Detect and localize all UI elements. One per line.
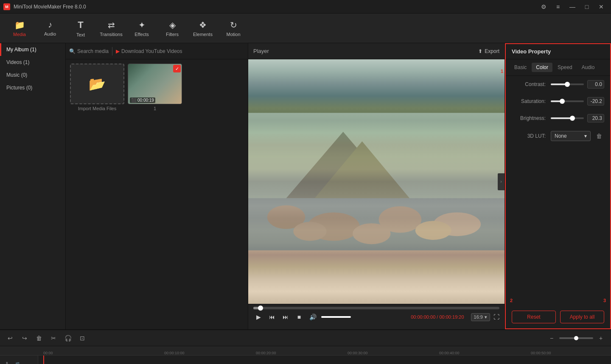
text-label: Text <box>76 32 85 37</box>
effects-icon: ✦ <box>138 20 146 30</box>
close-button[interactable]: ✕ <box>595 2 608 11</box>
app-icon: M <box>3 3 10 10</box>
lut-delete-button[interactable]: 🗑 <box>594 131 604 141</box>
panel-collapse-button[interactable]: › <box>498 173 504 190</box>
toolbar-motion[interactable]: ↻ Motion <box>218 16 249 41</box>
youtube-label: Download YouTube Videos <box>121 48 182 54</box>
play-button[interactable]: ▶ <box>253 312 263 322</box>
minimize-button[interactable]: — <box>566 2 579 11</box>
export-button[interactable]: ⬆ Export <box>478 48 499 54</box>
toolbar-filters[interactable]: ◈ Filters <box>157 16 188 41</box>
contrast-property: Contrast: 0.0 <box>506 76 610 93</box>
toolbar-media[interactable]: 📁 Media <box>4 16 35 41</box>
video-item-1[interactable]: ⬛ 00:00:19 ✓ <box>128 64 182 104</box>
nav-music[interactable]: Music (0) <box>0 69 65 81</box>
lut-value: None <box>555 133 567 139</box>
elements-icon: ❖ <box>199 20 207 30</box>
media-toolbar-separator <box>112 47 112 56</box>
nav-videos[interactable]: Videos (1) <box>0 56 65 69</box>
progress-thumb <box>258 306 263 311</box>
brightness-thumb[interactable] <box>570 116 575 121</box>
brightness-label: Brightness: <box>512 115 546 121</box>
stop-button[interactable]: ■ <box>294 312 304 322</box>
zoom-slider[interactable] <box>559 337 593 339</box>
media-panel: 🔍 Search media ▶ Download YouTube Videos… <box>66 43 248 329</box>
youtube-download-button[interactable]: ▶ Download YouTube Videos <box>116 48 182 54</box>
toolbar-audio[interactable]: ♪ Audio <box>35 16 65 41</box>
filters-icon: ◈ <box>169 20 176 30</box>
volume-slider[interactable] <box>321 316 351 318</box>
fullscreen-button[interactable]: ⛶ <box>493 314 499 320</box>
undo-button[interactable]: ↩ <box>4 332 16 344</box>
timeline-content: 1 <box>38 356 611 364</box>
add-video-track-button[interactable]: ➕ <box>3 361 11 364</box>
redo-button[interactable]: ↪ <box>19 332 31 344</box>
settings-button[interactable]: ⚙ <box>537 2 550 11</box>
cut-button[interactable]: ✂ <box>48 332 59 344</box>
video-frame-icon: ⬛ <box>131 98 136 103</box>
ruler-30: 00:00:30:00 <box>348 351 368 355</box>
menu-button[interactable]: ≡ <box>552 2 564 11</box>
progress-bar[interactable] <box>253 307 499 309</box>
lut-selector[interactable]: None ▾ <box>551 131 591 141</box>
maximize-button[interactable]: □ <box>580 2 593 11</box>
player-controls: ▶ ⏮ ⏭ ■ 🔊 00:00:00:00 / 00:00:19:20 16:9… <box>248 304 504 329</box>
lut-property: 3D LUT: None ▾ 🗑 <box>506 127 610 145</box>
volume-button[interactable]: 🔊 <box>308 312 318 322</box>
toolbar-effects[interactable]: ✦ Effects <box>126 16 157 41</box>
vp-tab-speed[interactable]: Speed <box>553 63 577 72</box>
import-media-button[interactable]: 📂 <box>70 64 124 104</box>
video-property-panel: 1 Video Property Basic Color Speed Audio… <box>505 43 611 329</box>
audio-label: Audio <box>44 31 56 36</box>
vp-footer: 2 3 Reset Apply to all <box>506 306 610 328</box>
media-grid: 📂 Import Media Files ⬛ 00:00:19 ✓ 1 <box>66 59 248 115</box>
contrast-slider[interactable] <box>551 83 584 85</box>
brightness-property: Brightness: 20.3 <box>506 110 610 127</box>
saturation-thumb[interactable] <box>560 99 565 104</box>
svg-point-10 <box>415 221 451 240</box>
timeline-ruler: 00:00 00:00:10:00 00:00:20:00 00:00:30:0… <box>0 346 611 356</box>
step-2-indicator: 2 <box>510 298 513 303</box>
title-controls: ⚙ ≡ — □ ✕ <box>537 2 608 11</box>
time-display: 00:00:00:00 / 00:00:19:20 <box>411 314 464 320</box>
zoom-in-button[interactable]: + <box>595 332 607 344</box>
vp-tabs: Basic Color Speed Audio <box>506 59 610 76</box>
reset-button[interactable]: Reset <box>512 311 556 323</box>
aspect-ratio-selector[interactable]: 16:9 ▾ <box>471 313 490 321</box>
player-panel: Player ⬆ Export <box>248 43 505 329</box>
nav-pictures[interactable]: Pictures (0) <box>0 81 65 94</box>
audio-button[interactable]: 🎧 <box>62 332 74 344</box>
toolbar-text[interactable]: T Text <box>65 16 96 41</box>
motion-icon: ↻ <box>230 20 237 30</box>
app-title: MiniTool MovieMaker Free 8.0.0 <box>14 4 537 10</box>
prev-button[interactable]: ⏮ <box>267 312 277 322</box>
youtube-icon: ▶ <box>116 48 120 54</box>
nav-my-album[interactable]: My Album (1) <box>0 43 65 56</box>
player-title: Player <box>253 48 269 54</box>
saturation-slider[interactable] <box>551 100 584 102</box>
vp-tab-color[interactable]: Color <box>532 63 552 72</box>
vp-title: Video Property <box>512 48 604 55</box>
brightness-fill <box>551 117 572 119</box>
add-audio-track-button[interactable]: 🎵 <box>13 361 21 364</box>
search-media-button[interactable]: 🔍 Search media <box>69 48 109 54</box>
contrast-thumb[interactable] <box>565 82 570 87</box>
motion-label: Motion <box>226 32 240 37</box>
current-time: 00:00:00:00 <box>411 314 435 320</box>
apply-to-all-button[interactable]: Apply to all <box>560 311 604 323</box>
brightness-slider[interactable] <box>551 117 584 119</box>
crop-button[interactable]: ⊡ <box>76 332 88 344</box>
toolbar-transitions[interactable]: ⇄ Transitions <box>96 16 126 41</box>
delete-button[interactable]: 🗑 <box>33 332 45 344</box>
vp-tab-audio[interactable]: Audio <box>577 63 599 72</box>
media-panel-toolbar: 🔍 Search media ▶ Download YouTube Videos <box>66 43 248 59</box>
chevron-down-icon: ▾ <box>485 314 487 320</box>
toolbar-elements[interactable]: ❖ Elements <box>188 16 218 41</box>
controls-row: ▶ ⏮ ⏭ ■ 🔊 00:00:00:00 / 00:00:19:20 16:9… <box>253 312 499 322</box>
next-button[interactable]: ⏭ <box>280 312 291 322</box>
ruler-10: 00:00:10:00 <box>164 351 185 355</box>
zoom-out-button[interactable]: − <box>546 332 558 344</box>
ruler-marks: 00:00 00:00:10:00 00:00:20:00 00:00:30:0… <box>38 346 611 355</box>
chevron-down-icon: ▾ <box>584 133 587 139</box>
vp-tab-basic[interactable]: Basic <box>510 63 531 72</box>
